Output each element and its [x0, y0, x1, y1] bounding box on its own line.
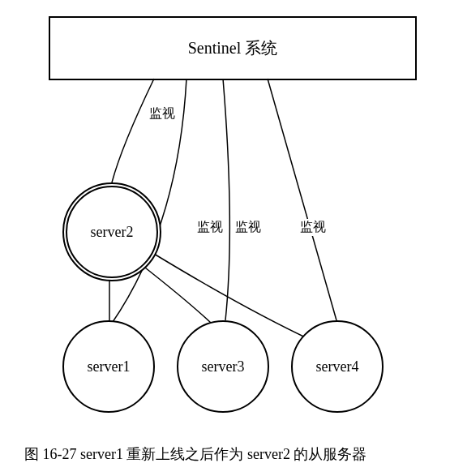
server3-label: server3: [202, 358, 245, 375]
server1-label: server1: [88, 358, 131, 375]
server1-node: server1: [62, 320, 155, 413]
server3-node: server3: [177, 320, 269, 413]
edge-label-server1: 监视: [195, 219, 225, 236]
edge-sentinel-server2: [112, 79, 154, 182]
edge-sentinel-server3: [223, 79, 229, 320]
edge-server2-server3: [138, 262, 211, 323]
server4-node: server4: [291, 320, 384, 413]
server2-node: server2: [62, 182, 161, 281]
edge-sentinel-server4: [268, 79, 336, 320]
edge-label-server3: 监视: [234, 219, 263, 236]
edge-label-server2: 监视: [148, 105, 177, 122]
edge-label-server4: 监视: [298, 219, 328, 236]
server2-label: server2: [91, 224, 134, 241]
server4-label: server4: [316, 358, 359, 375]
figure-caption: 图 16-27 server1 重新上线之后作为 server2 的从服务器: [24, 444, 366, 464]
